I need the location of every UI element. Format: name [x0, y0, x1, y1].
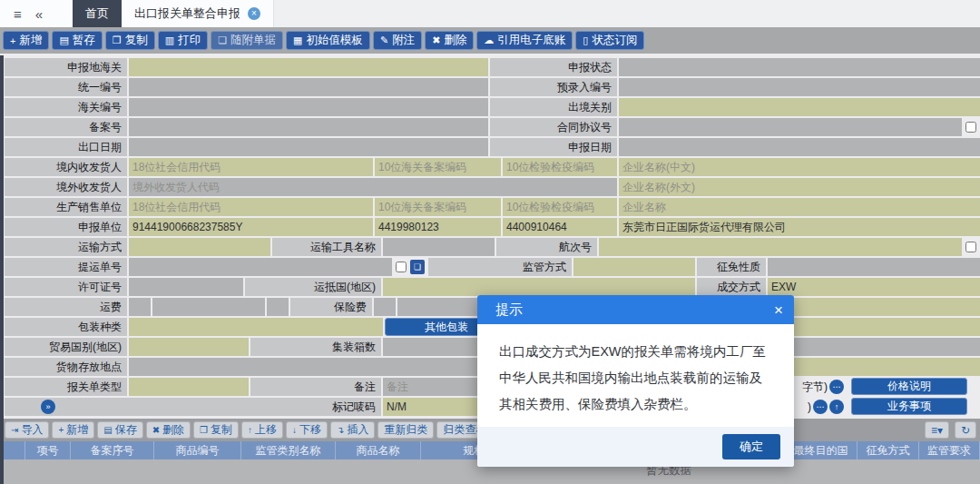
declare-status-input[interactable] [619, 58, 980, 76]
column-settings-button[interactable]: ≡▾ [925, 421, 949, 439]
temp-save-button[interactable]: ▤暂存 [52, 31, 102, 50]
arrival-country-input[interactable] [383, 278, 695, 296]
template-icon: ▦ [293, 35, 302, 46]
voyage-number-checkbox[interactable] [965, 242, 976, 252]
transaction-mode-input[interactable] [768, 278, 980, 296]
domestic-consignor-credit-code-input[interactable] [129, 158, 373, 176]
marks-up-icon[interactable]: ↑ [829, 400, 844, 414]
trade-country-input[interactable] [129, 338, 249, 356]
bill-document-icon[interactable]: ❏ [410, 260, 425, 274]
exit-customs-input[interactable] [619, 98, 980, 116]
exemption-nature-input[interactable] [768, 258, 980, 276]
attached-documents-button[interactable]: ❏随附单据 [211, 31, 283, 50]
select-column-header[interactable] [0, 441, 25, 459]
freight-mark-input[interactable] [129, 298, 151, 316]
overseas-consignee-code-input[interactable] [129, 178, 617, 196]
contract-number-checkbox[interactable] [965, 122, 976, 133]
unified-number-input[interactable] [129, 78, 488, 96]
price-description-button[interactable]: 价格说明 [851, 378, 967, 395]
form-row: 海关编号 出境关别 [5, 98, 980, 116]
remarks-more-icon[interactable]: ⋯ [829, 380, 844, 394]
production-unit-name-input[interactable] [619, 198, 980, 216]
declare-customs-input[interactable] [129, 58, 488, 76]
declare-date-input[interactable] [619, 138, 980, 156]
declaration-type-input[interactable] [129, 378, 249, 396]
record-number-input[interactable] [129, 118, 488, 136]
note-button[interactable]: ✎附注 [373, 31, 422, 50]
freight-currency-input[interactable] [267, 298, 289, 316]
col-commodity-name[interactable]: 商品名称 [336, 441, 421, 459]
dialog-close-icon[interactable]: × [774, 302, 783, 318]
item-delete-button[interactable]: ✖删除 [146, 421, 191, 439]
bill-number-checkbox[interactable] [396, 262, 407, 272]
domestic-consignor-ciq-code-input[interactable] [503, 158, 617, 176]
declare-unit-customs-code-input[interactable] [375, 218, 501, 236]
production-unit-customs-code-input[interactable] [375, 198, 501, 216]
business-matters-button[interactable]: 业务事项 [851, 398, 967, 415]
import-icon: ⇥ [11, 425, 18, 435]
left-collapsed-panel[interactable] [0, 55, 4, 484]
form-row: 境内收发货人 [5, 158, 980, 176]
tab-close-icon[interactable]: × [248, 7, 260, 20]
initial-template-button[interactable]: ▦初始值模板 [286, 31, 370, 50]
expand-more-icon[interactable]: » [41, 400, 55, 414]
item-add-button[interactable]: +新增 [52, 421, 94, 439]
customs-number-input[interactable] [129, 98, 488, 116]
insurance-mark-input[interactable] [374, 298, 396, 316]
add-button[interactable]: +新增 [3, 31, 49, 50]
col-record-seq[interactable]: 备案序号 [71, 441, 154, 459]
refresh-button[interactable]: ↻ [955, 421, 976, 439]
item-save-button[interactable]: ▤保存 [97, 421, 142, 439]
move-down-button[interactable]: ↓下移 [286, 421, 328, 439]
col-item-no[interactable]: 项号 [25, 441, 71, 459]
production-unit-ciq-code-input[interactable] [503, 198, 617, 216]
reclassify-button[interactable]: 重新归类 [377, 421, 434, 439]
declare-unit-name-input[interactable] [619, 218, 980, 236]
goods-storage-place-label: 货物存放地点 [5, 358, 127, 376]
col-commodity-code[interactable]: 商品编号 [154, 441, 241, 459]
license-number-input[interactable] [129, 278, 243, 296]
marks-more-icon[interactable]: ⋯ [813, 400, 828, 414]
collapse-tabs-icon[interactable]: « [35, 6, 43, 22]
net-weight-input[interactable] [768, 338, 980, 356]
hamburger-icon[interactable]: ≡ [14, 6, 22, 22]
arrow-up-icon: ↑ [248, 425, 252, 435]
transport-mode-input[interactable] [129, 238, 270, 256]
col-exemption-mode[interactable]: 征免方式 [858, 441, 919, 459]
package-type-input[interactable] [129, 318, 383, 336]
col-supervision-require[interactable]: 监管要求 [919, 441, 980, 459]
col-final-destination[interactable]: 最终目的国 [785, 441, 858, 459]
hidden-field-input[interactable] [768, 358, 980, 376]
transport-tool-name-input[interactable] [383, 238, 495, 256]
tab-export-declaration[interactable]: 出口报关单整合申报 × [122, 0, 274, 27]
bill-number-input[interactable] [129, 258, 392, 276]
confirm-button[interactable]: 确定 [722, 434, 780, 459]
pre-entry-number-input[interactable] [619, 78, 980, 96]
export-date-input[interactable] [129, 138, 488, 156]
exemption-nature-label: 征免性质 [697, 258, 766, 276]
voyage-number-input[interactable] [599, 238, 962, 256]
production-unit-credit-code-input[interactable] [129, 198, 373, 216]
status-subscribe-button[interactable]: ▯状态订阅 [575, 31, 644, 50]
contract-number-input[interactable] [619, 118, 962, 136]
item-copy-button[interactable]: ❐复制 [193, 421, 239, 439]
overseas-consignee-name-input[interactable] [619, 178, 980, 196]
col-supervision-category[interactable]: 监管类别名称 [241, 441, 336, 459]
copy-button[interactable]: ❐复制 [105, 31, 155, 50]
trash-icon: ✖ [432, 35, 440, 46]
delete-button[interactable]: ✖删除 [425, 31, 474, 50]
domestic-consignor-customs-code-input[interactable] [375, 158, 501, 176]
domestic-consignor-name-input[interactable] [619, 158, 980, 176]
import-button[interactable]: ⇥导入 [5, 421, 49, 439]
supervision-mode-input[interactable] [573, 258, 695, 276]
package-count-input[interactable] [768, 298, 980, 316]
move-up-button[interactable]: ↑上移 [241, 421, 283, 439]
insert-button[interactable]: ↴插入 [330, 421, 375, 439]
declare-unit-credit-code-input[interactable] [129, 218, 373, 236]
freight-amount-input[interactable] [152, 298, 265, 316]
tab-home[interactable]: 首页 [73, 0, 122, 27]
cite-eledger-button[interactable]: ☁引用电子底账 [476, 31, 573, 50]
gross-weight-input[interactable] [768, 318, 980, 336]
declare-unit-ciq-code-input[interactable] [503, 218, 617, 236]
print-button[interactable]: ▥打印 [158, 31, 208, 50]
